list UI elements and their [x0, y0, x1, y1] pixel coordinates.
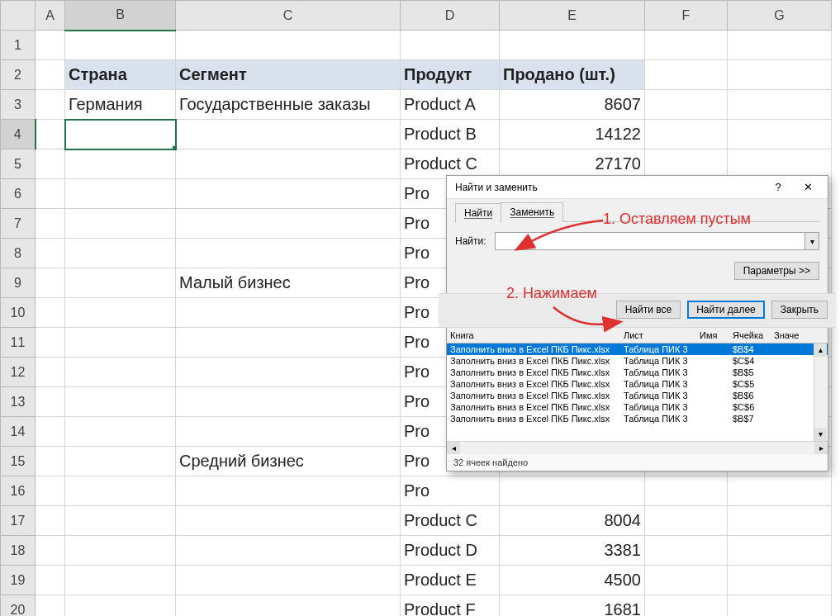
scroll-left-icon[interactable]: ◂: [447, 442, 460, 454]
cell-E1[interactable]: [500, 31, 645, 60]
result-row[interactable]: Заполнить вниз в Excel ПКБ Пикс.xlsx Таб…: [447, 401, 828, 413]
results-vscrollbar[interactable]: ▴ ▾: [814, 344, 827, 441]
scroll-up-icon[interactable]: ▴: [814, 344, 827, 357]
cell-D1[interactable]: [401, 31, 500, 60]
cell-B10[interactable]: [65, 298, 176, 328]
cell-F16[interactable]: [645, 476, 728, 506]
cell-C15[interactable]: Средний бизнес: [176, 447, 401, 476]
cell-G20[interactable]: [728, 595, 832, 617]
row-header-2[interactable]: 2: [1, 60, 36, 90]
cell-D2[interactable]: Продукт: [401, 60, 500, 90]
cell-B1[interactable]: [65, 31, 176, 60]
col-book[interactable]: Книга: [450, 330, 624, 340]
col-header-C[interactable]: C: [176, 1, 401, 31]
row-header-5[interactable]: 5: [1, 149, 36, 179]
cell-A4[interactable]: [36, 120, 65, 149]
cell-A1[interactable]: [36, 31, 65, 60]
row-header-8[interactable]: 8: [1, 239, 36, 268]
col-header-B[interactable]: B: [65, 1, 176, 31]
cell-E18[interactable]: 3381: [500, 536, 645, 566]
cell-G17[interactable]: [728, 506, 832, 536]
col-header-F[interactable]: F: [645, 1, 728, 31]
cell-G4[interactable]: [728, 120, 832, 149]
cell-C6[interactable]: [176, 179, 401, 209]
cell-F2[interactable]: [645, 60, 728, 90]
cell-A18[interactable]: [36, 536, 65, 566]
row-header-20[interactable]: 20: [1, 595, 36, 617]
cell-E17[interactable]: 8004: [500, 506, 645, 536]
cell-D4[interactable]: Product B: [401, 120, 500, 149]
scroll-down-icon[interactable]: ▾: [814, 428, 827, 441]
find-input[interactable]: [495, 232, 804, 250]
cell-C19[interactable]: [176, 566, 401, 595]
chevron-down-icon[interactable]: ▾: [804, 232, 819, 250]
cell-D17[interactable]: Product C: [401, 506, 500, 536]
cell-A17[interactable]: [36, 506, 65, 536]
cell-E16[interactable]: [500, 476, 645, 506]
tab-find[interactable]: Найти: [455, 203, 501, 223]
cell-D16[interactable]: Pro: [401, 476, 500, 506]
cell-F3[interactable]: [645, 90, 728, 120]
cell-C17[interactable]: [176, 506, 401, 536]
row-header-18[interactable]: 18: [1, 536, 36, 566]
cell-B7[interactable]: [65, 209, 176, 239]
result-row[interactable]: Заполнить вниз в Excel ПКБ Пикс.xlsx Таб…: [447, 413, 828, 424]
cell-C4[interactable]: [176, 120, 401, 149]
cell-B6[interactable]: [65, 179, 176, 209]
row-header-12[interactable]: 12: [1, 358, 36, 387]
cell-F1[interactable]: [645, 31, 728, 60]
cell-B20[interactable]: [65, 595, 176, 617]
cell-A19[interactable]: [36, 566, 65, 595]
cell-B15[interactable]: [65, 447, 176, 476]
cell-A8[interactable]: [36, 239, 65, 268]
cell-C20[interactable]: [176, 595, 401, 617]
cell-C10[interactable]: [176, 298, 401, 328]
find-all-button[interactable]: Найти все: [616, 301, 681, 319]
result-row[interactable]: Заполнить вниз в Excel ПКБ Пикс.xlsx Таб…: [447, 344, 828, 355]
cell-A12[interactable]: [36, 358, 65, 387]
cell-A14[interactable]: [36, 417, 65, 447]
cell-D19[interactable]: Product E: [401, 566, 500, 595]
cell-A7[interactable]: [36, 209, 65, 239]
row-header-19[interactable]: 19: [1, 566, 36, 595]
cell-B5[interactable]: [65, 149, 176, 179]
cell-B18[interactable]: [65, 536, 176, 566]
dialog-titlebar[interactable]: Найти и заменить ? ✕: [447, 176, 828, 199]
cell-A6[interactable]: [36, 179, 65, 209]
cell-C11[interactable]: [176, 328, 401, 358]
cell-G2[interactable]: [728, 60, 832, 90]
col-name[interactable]: Имя: [700, 330, 733, 340]
row-header-4[interactable]: 4: [1, 120, 36, 149]
cell-A15[interactable]: [36, 447, 65, 476]
cell-G19[interactable]: [728, 566, 832, 595]
cell-C9[interactable]: Малый бизнес: [176, 268, 401, 298]
row-header-9[interactable]: 9: [1, 268, 36, 298]
find-next-button[interactable]: Найти далее: [687, 301, 765, 319]
row-header-14[interactable]: 14: [1, 417, 36, 447]
row-header-17[interactable]: 17: [1, 506, 36, 536]
col-header-A[interactable]: A: [36, 1, 65, 31]
result-row[interactable]: Заполнить вниз в Excel ПКБ Пикс.xlsx Таб…: [447, 390, 828, 401]
cell-E19[interactable]: 4500: [500, 566, 645, 595]
cell-A16[interactable]: [36, 476, 65, 506]
select-all-corner[interactable]: [1, 1, 36, 31]
cell-F17[interactable]: [645, 506, 728, 536]
col-cell[interactable]: Ячейка: [733, 330, 774, 340]
result-row[interactable]: Заполнить вниз в Excel ПКБ Пикс.xlsx Таб…: [447, 378, 828, 390]
cell-C14[interactable]: [176, 417, 401, 447]
row-header-13[interactable]: 13: [1, 387, 36, 417]
cell-A3[interactable]: [36, 90, 65, 120]
options-button[interactable]: Параметры >>: [734, 262, 819, 280]
cell-F20[interactable]: [645, 595, 728, 617]
col-header-G[interactable]: G: [728, 1, 832, 31]
col-header-D[interactable]: D: [401, 1, 500, 31]
cell-B13[interactable]: [65, 387, 176, 417]
cell-E3[interactable]: 8607: [500, 90, 645, 120]
cell-A20[interactable]: [36, 595, 65, 617]
cell-C16[interactable]: [176, 476, 401, 506]
tab-replace[interactable]: Заменить: [501, 202, 563, 222]
cell-B17[interactable]: [65, 506, 176, 536]
cell-C8[interactable]: [176, 239, 401, 268]
row-header-15[interactable]: 15: [1, 447, 36, 476]
cell-E20[interactable]: 1681: [500, 595, 645, 617]
